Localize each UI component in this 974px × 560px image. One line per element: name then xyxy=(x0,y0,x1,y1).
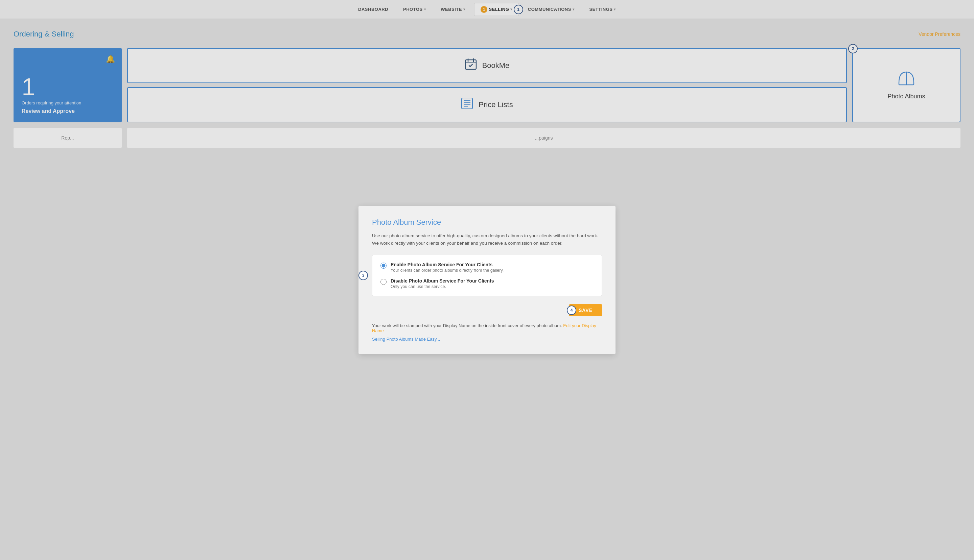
step-badge-4: 4 xyxy=(567,305,576,315)
enable-sub: Your clients can order photo albums dire… xyxy=(391,268,504,273)
enable-content: Enable Photo Album Service For Your Clie… xyxy=(391,262,504,273)
modal-title: Photo Album Service xyxy=(372,218,602,227)
enable-label: Enable Photo Album Service For Your Clie… xyxy=(391,262,504,267)
step-badge-3: 3 xyxy=(359,271,368,280)
modal-card: Photo Album Service Use our photo album … xyxy=(359,206,615,354)
selling-albums-link[interactable]: Selling Photo Albums Made Easy... xyxy=(372,337,440,342)
modal-footer-row: 4 SAVE xyxy=(372,304,602,316)
modal-overlay[interactable]: Photo Album Service Use our photo album … xyxy=(0,0,974,560)
modal-stamp-text: Your work will be stamped with your Disp… xyxy=(372,323,602,333)
disable-content: Disable Photo Album Service For Your Cli… xyxy=(391,278,494,289)
disable-label: Disable Photo Album Service For Your Cli… xyxy=(391,278,494,283)
enable-option[interactable]: Enable Photo Album Service For Your Clie… xyxy=(381,262,593,273)
options-box: Enable Photo Album Service For Your Clie… xyxy=(372,255,602,296)
disable-sub: Only you can use the service. xyxy=(391,284,494,289)
disable-option[interactable]: Disable Photo Album Service For Your Cli… xyxy=(381,278,593,289)
modal-description: Use our photo album service to offer hig… xyxy=(372,232,602,247)
enable-radio[interactable] xyxy=(381,263,386,269)
disable-radio[interactable] xyxy=(381,279,386,285)
